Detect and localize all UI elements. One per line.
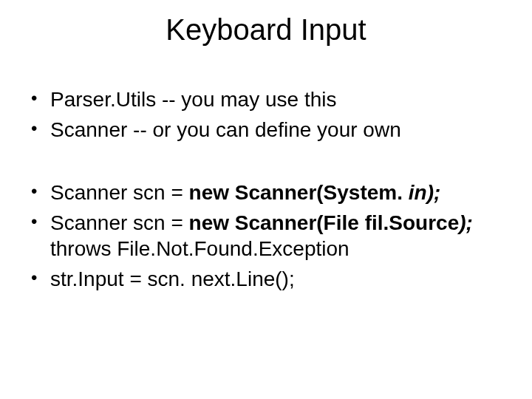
bullet-text: Scanner -- or you can define your own xyxy=(50,118,401,141)
bullet-text-bold-italic: in); xyxy=(409,181,441,204)
bullet-text-bold: new Scanner(System. xyxy=(189,181,409,204)
slide: Keyboard Input Parser.Utils -- you may u… xyxy=(0,0,532,399)
bullet-text: Parser.Utils -- you may use this xyxy=(50,88,336,111)
spacer xyxy=(25,147,507,180)
bullet-continuation: throws File.Not.Found.Exception xyxy=(50,236,507,262)
bullet-text-bold-italic: ); xyxy=(459,211,473,234)
bullet-item: Scanner -- or you can define your own xyxy=(25,117,507,143)
bullet-text: Scanner scn = xyxy=(50,211,189,234)
bullet-item: str.Input = scn. next.Line(); xyxy=(25,266,507,292)
bullet-text-bold: new Scanner(File fil.Source xyxy=(189,211,460,234)
bullet-list: Scanner scn = new Scanner(System. in); S… xyxy=(25,180,507,292)
bullet-list: Parser.Utils -- you may use this Scanner… xyxy=(25,86,507,143)
bullet-text: Scanner scn = xyxy=(50,181,189,204)
bullet-item: Parser.Utils -- you may use this xyxy=(25,86,507,112)
bullet-item: Scanner scn = new Scanner(System. in); xyxy=(25,180,507,205)
slide-title: Keyboard Input xyxy=(25,13,507,47)
bullet-item: Scanner scn = new Scanner(File fil.Sourc… xyxy=(25,210,507,262)
bullet-text: str.Input = scn. next.Line(); xyxy=(50,267,295,290)
